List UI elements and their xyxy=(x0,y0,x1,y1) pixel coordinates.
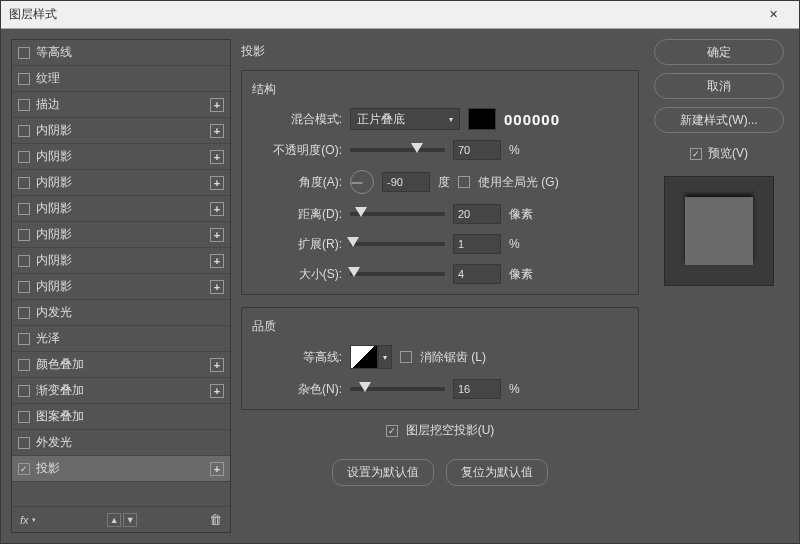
style-checkbox[interactable] xyxy=(18,411,30,423)
style-checkbox[interactable] xyxy=(18,437,30,449)
move-up-button[interactable]: ▲ xyxy=(107,513,121,527)
opacity-slider[interactable] xyxy=(350,148,445,152)
angle-input[interactable]: -90 xyxy=(382,172,430,192)
style-label: 内阴影 xyxy=(36,278,72,295)
style-label: 内阴影 xyxy=(36,148,72,165)
move-down-button[interactable]: ▼ xyxy=(123,513,137,527)
new-style-button[interactable]: 新建样式(W)... xyxy=(654,107,784,133)
style-checkbox[interactable] xyxy=(18,281,30,293)
style-label: 描边 xyxy=(36,96,60,113)
sidebar-item-9[interactable]: 内阴影+ xyxy=(12,274,230,300)
sidebar-item-10[interactable]: 内发光 xyxy=(12,300,230,326)
style-checkbox[interactable] xyxy=(18,333,30,345)
size-row: 大小(S): 4 像素 xyxy=(252,264,628,284)
sidebar-item-13[interactable]: 渐变叠加+ xyxy=(12,378,230,404)
sidebar-item-1[interactable]: 纹理 xyxy=(12,66,230,92)
preview-checkbox[interactable] xyxy=(690,148,702,160)
preview-row: 预览(V) xyxy=(690,145,748,162)
noise-slider[interactable] xyxy=(350,387,445,391)
style-checkbox[interactable] xyxy=(18,99,30,111)
antialias-checkbox[interactable] xyxy=(400,351,412,363)
style-label: 内阴影 xyxy=(36,200,72,217)
global-light-checkbox[interactable] xyxy=(458,176,470,188)
spread-slider[interactable] xyxy=(350,242,445,246)
style-checkbox[interactable] xyxy=(18,203,30,215)
contour-row: 等高线: ▾ 消除锯齿 (L) xyxy=(252,345,628,369)
style-checkbox[interactable] xyxy=(18,229,30,241)
sidebar-item-12[interactable]: 颜色叠加+ xyxy=(12,352,230,378)
style-checkbox[interactable] xyxy=(18,255,30,267)
ok-button[interactable]: 确定 xyxy=(654,39,784,65)
plus-icon[interactable]: + xyxy=(210,254,224,268)
style-checkbox[interactable] xyxy=(18,73,30,85)
structure-title: 结构 xyxy=(252,81,628,98)
style-checkbox[interactable] xyxy=(18,307,30,319)
global-light-label: 使用全局光 (G) xyxy=(478,174,559,191)
blend-mode-label: 混合模式: xyxy=(252,111,342,128)
opacity-label: 不透明度(O): xyxy=(252,142,342,159)
size-input[interactable]: 4 xyxy=(453,264,501,284)
sidebar-item-16[interactable]: 投影+ xyxy=(12,456,230,482)
make-default-button[interactable]: 设置为默认值 xyxy=(332,459,434,486)
style-checkbox[interactable] xyxy=(18,463,30,475)
plus-icon[interactable]: + xyxy=(210,124,224,138)
preview-label: 预览(V) xyxy=(708,145,748,162)
sidebar-item-3[interactable]: 内阴影+ xyxy=(12,118,230,144)
style-checkbox[interactable] xyxy=(18,125,30,137)
sidebar-item-2[interactable]: 描边+ xyxy=(12,92,230,118)
preview-swatch xyxy=(685,197,753,265)
contour-dropdown[interactable]: ▾ xyxy=(378,345,392,369)
distance-input[interactable]: 20 xyxy=(453,204,501,224)
plus-icon[interactable]: + xyxy=(210,384,224,398)
color-swatch[interactable] xyxy=(468,108,496,130)
style-checkbox[interactable] xyxy=(18,151,30,163)
distance-label: 距离(D): xyxy=(252,206,342,223)
opacity-input[interactable]: 70 xyxy=(453,140,501,160)
reset-default-button[interactable]: 复位为默认值 xyxy=(446,459,548,486)
plus-icon[interactable]: + xyxy=(210,150,224,164)
plus-icon[interactable]: + xyxy=(210,462,224,476)
action-column: 确定 取消 新建样式(W)... 预览(V) xyxy=(649,39,789,533)
close-button[interactable]: ✕ xyxy=(755,5,791,25)
nav-buttons: ▲ ▼ xyxy=(107,513,137,527)
plus-icon[interactable]: + xyxy=(210,280,224,294)
style-checkbox[interactable] xyxy=(18,177,30,189)
plus-icon[interactable]: + xyxy=(210,228,224,242)
dialog-title: 图层样式 xyxy=(9,6,57,23)
distance-slider[interactable] xyxy=(350,212,445,216)
style-label: 渐变叠加 xyxy=(36,382,84,399)
size-slider[interactable] xyxy=(350,272,445,276)
trash-icon[interactable]: 🗑 xyxy=(209,512,222,527)
sidebar-item-0[interactable]: 等高线 xyxy=(12,40,230,66)
sidebar-item-6[interactable]: 内阴影+ xyxy=(12,196,230,222)
plus-icon[interactable]: + xyxy=(210,176,224,190)
blend-mode-select[interactable]: 正片叠底 ▾ xyxy=(350,108,460,130)
sidebar-item-15[interactable]: 外发光 xyxy=(12,430,230,456)
sidebar-item-5[interactable]: 内阴影+ xyxy=(12,170,230,196)
style-label: 内阴影 xyxy=(36,174,72,191)
plus-icon[interactable]: + xyxy=(210,202,224,216)
sidebar-item-14[interactable]: 图案叠加 xyxy=(12,404,230,430)
knockout-checkbox[interactable] xyxy=(386,425,398,437)
spread-label: 扩展(R): xyxy=(252,236,342,253)
sidebar-item-11[interactable]: 光泽 xyxy=(12,326,230,352)
noise-input[interactable]: 16 xyxy=(453,379,501,399)
style-checkbox[interactable] xyxy=(18,359,30,371)
quality-title: 品质 xyxy=(252,318,628,335)
style-label: 内阴影 xyxy=(36,122,72,139)
fx-button[interactable]: fx▾ xyxy=(20,514,36,526)
cancel-button[interactable]: 取消 xyxy=(654,73,784,99)
style-label: 投影 xyxy=(36,460,60,477)
contour-preview[interactable] xyxy=(350,345,378,369)
noise-row: 杂色(N): 16 % xyxy=(252,379,628,399)
spread-input[interactable]: 1 xyxy=(453,234,501,254)
plus-icon[interactable]: + xyxy=(210,98,224,112)
plus-icon[interactable]: + xyxy=(210,358,224,372)
style-checkbox[interactable] xyxy=(18,385,30,397)
sidebar-item-8[interactable]: 内阴影+ xyxy=(12,248,230,274)
angle-dial[interactable] xyxy=(350,170,374,194)
style-checkbox[interactable] xyxy=(18,47,30,59)
sidebar-item-4[interactable]: 内阴影+ xyxy=(12,144,230,170)
sidebar-item-7[interactable]: 内阴影+ xyxy=(12,222,230,248)
layer-style-dialog: 图层样式 ✕ 等高线纹理描边+内阴影+内阴影+内阴影+内阴影+内阴影+内阴影+内… xyxy=(0,0,800,544)
